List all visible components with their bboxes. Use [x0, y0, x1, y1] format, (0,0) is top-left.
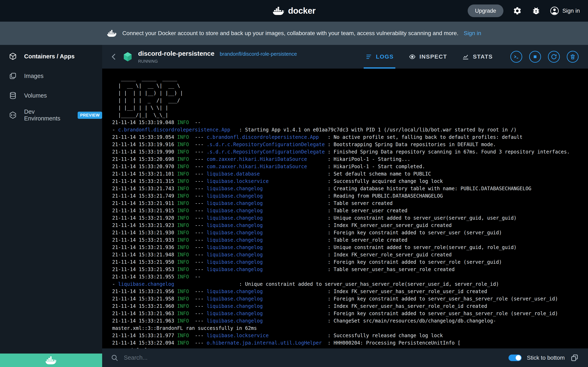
settings-button[interactable]	[512, 6, 522, 16]
tab-stats[interactable]: STATS	[462, 45, 493, 69]
log-line: 21-11-14 15:33:21.953 INFO --- liquibase…	[112, 266, 588, 273]
copy-icon	[571, 354, 579, 362]
sidebar-item-label: Volumes	[24, 92, 47, 99]
whale-icon	[107, 30, 117, 37]
sidebar: Containers / Apps Images Volumes Dev Env…	[0, 45, 102, 367]
log-line: 21-11-14 15:33:21.948 INFO --- liquibase…	[112, 251, 588, 259]
log-line: 21-11-14 15:33:21.963 INFO --- liquibase…	[112, 317, 588, 325]
trash-icon	[569, 53, 576, 60]
log-line: 21-11-14 15:33:22.094 INFO --- o.hiberna…	[112, 339, 588, 347]
open-terminal-button[interactable]	[510, 51, 522, 63]
images-icon	[9, 72, 17, 80]
log-line: | | | | _ /| ___/	[112, 97, 588, 104]
search-icon	[111, 354, 119, 362]
sidebar-item-volumes[interactable]: Volumes	[0, 86, 102, 105]
eye-icon	[409, 53, 416, 60]
log-line: | |__| | | \ \| |	[112, 104, 588, 111]
log-line: - liquibase.changelog : Unique constrain…	[112, 280, 588, 288]
log-line: - c.brandonfl.discordrolepersistence.App…	[112, 126, 588, 133]
top-bar: docker Upgrade Sign in	[0, 0, 588, 22]
topbar-controls: Upgrade Sign in	[468, 0, 580, 22]
tab-label: STATS	[473, 53, 493, 60]
logs-icon	[365, 53, 372, 60]
log-line: 21-11-14 15:33:19.916 INFO --- .s.d.r.c.…	[112, 141, 588, 148]
log-line: 21-11-14 15:33:21.956 INFO --- liquibase…	[112, 288, 588, 295]
log-line: 21-11-14 15:33:21.911 INFO --- liquibase…	[112, 200, 588, 207]
sidebar-item-dev-environments[interactable]: Dev Environments PREVIEW	[0, 105, 102, 125]
log-line: 21-11-14 15:33:21.933 INFO --- liquibase…	[112, 236, 588, 244]
log-line: |_____/|_| \_\_|	[112, 111, 588, 119]
docker-logo: docker	[273, 6, 316, 16]
log-toolbar-right: Stick to bottom	[509, 353, 579, 362]
container-box-icon	[122, 51, 133, 62]
log-line: 21-11-14 15:33:21.920 INFO --- liquibase…	[112, 214, 588, 222]
whale-icon	[45, 356, 57, 365]
log-line: 21-11-14 15:33:21.743 INFO --- liquibase…	[112, 185, 588, 192]
stop-icon	[532, 53, 538, 60]
container-title: discord-role-persistence	[138, 50, 214, 57]
stop-button[interactable]	[529, 51, 541, 63]
log-line: 21-11-14 15:33:21.930 INFO --- liquibase…	[112, 229, 588, 236]
terminal-icon	[513, 53, 520, 60]
stick-to-bottom-toggle[interactable]	[509, 355, 522, 361]
user-avatar-icon	[550, 6, 559, 15]
log-line: 21-11-14 15:33:21.923 INFO --- liquibase…	[112, 222, 588, 229]
stats-chart-icon	[462, 53, 469, 60]
account-banner: Connect your Docker account to store and…	[0, 22, 588, 45]
log-line: 21-11-14 15:33:21.315 INFO --- liquibase…	[112, 178, 588, 185]
log-line: 21-11-14 15:33:21.101 INFO --- liquibase…	[112, 170, 588, 178]
log-line: 21-11-14 15:33:21.749 INFO --- liquibase…	[112, 192, 588, 200]
container-title-block: discord-role-persistence brandonfl/disco…	[138, 50, 297, 64]
log-line: 21-11-14 15:33:21.915 INFO --- liquibase…	[112, 207, 588, 214]
troubleshoot-button[interactable]	[531, 6, 541, 16]
docker-engine-status-strip	[0, 353, 102, 367]
preview-badge: PREVIEW	[78, 112, 102, 119]
container-status: RUNNING	[138, 59, 297, 64]
banner-sign-in-link[interactable]: Sign in	[464, 30, 481, 37]
log-output[interactable]: _____ _____ _____ | __ \| __ \| __ \ | |…	[102, 69, 588, 348]
search-input[interactable]	[124, 354, 308, 361]
container-repo-link[interactable]: brandonfl/discord-role-persistence	[220, 51, 297, 57]
sidebar-item-label: Dev Environments	[24, 108, 67, 122]
log-toolbar: Stick to bottom	[102, 348, 588, 367]
log-line: 21-11-14 15:33:19.054 INFO --- c.brandon…	[112, 133, 588, 141]
container-tabs: LOGS INSPECT STATS	[365, 45, 493, 69]
log-line: 21-11-14 15:33:21.958 INFO --- liquibase…	[112, 295, 588, 302]
log-line: _____ _____ _____	[112, 75, 588, 82]
delete-button[interactable]	[567, 51, 579, 63]
tab-inspect[interactable]: INSPECT	[409, 45, 447, 69]
sidebar-item-label: Containers / Apps	[24, 53, 75, 60]
container-actions	[510, 51, 579, 63]
gear-icon	[513, 6, 522, 15]
log-line: master.xml::3::BrandonFL ran successfull…	[112, 325, 588, 332]
log-line: 21-11-14 15:33:20.970 INFO --- com.zaxxe…	[112, 163, 588, 170]
upgrade-button[interactable]: Upgrade	[468, 5, 504, 17]
sign-in-label: Sign in	[562, 8, 580, 14]
copy-logs-button[interactable]	[570, 353, 579, 362]
log-line: 21-11-14 15:33:19.048 INFO --	[112, 119, 588, 126]
log-line: 21-11-14 15:33:20.698 INFO --- com.zaxxe…	[112, 156, 588, 163]
dev-environments-icon	[9, 111, 17, 119]
log-search	[111, 354, 509, 362]
back-button[interactable]	[110, 52, 119, 61]
bug-icon	[532, 6, 541, 15]
docker-whale-icon	[273, 6, 285, 15]
volumes-icon	[9, 92, 17, 100]
log-line: 21-11-14 15:33:21.960 INFO --- liquibase…	[112, 302, 588, 310]
tab-logs[interactable]: LOGS	[365, 45, 394, 69]
sidebar-item-containers[interactable]: Containers / Apps	[0, 47, 102, 66]
log-line: 21-11-14 15:33:19.990 INFO --- .s.d.r.c.…	[112, 148, 588, 156]
back-chevron-icon	[110, 53, 118, 61]
sidebar-item-images[interactable]: Images	[0, 66, 102, 86]
docker-wordmark: docker	[288, 6, 316, 16]
containers-icon	[9, 52, 17, 60]
banner-message: Connect your Docker account to store and…	[122, 30, 459, 37]
stick-to-bottom-label: Stick to bottom	[527, 355, 565, 361]
log-line: | __ \| __ \| __ \	[112, 82, 588, 89]
tab-label: LOGS	[376, 53, 394, 60]
restart-button[interactable]	[548, 51, 560, 63]
toggle-knob	[516, 355, 521, 360]
log-line: 21-11-14 15:33:21.977 INFO --- liquibase…	[112, 332, 588, 339]
sign-in-button[interactable]: Sign in	[550, 6, 580, 15]
log-line: 21-11-14 15:33:21.955 INFO --	[112, 273, 588, 280]
